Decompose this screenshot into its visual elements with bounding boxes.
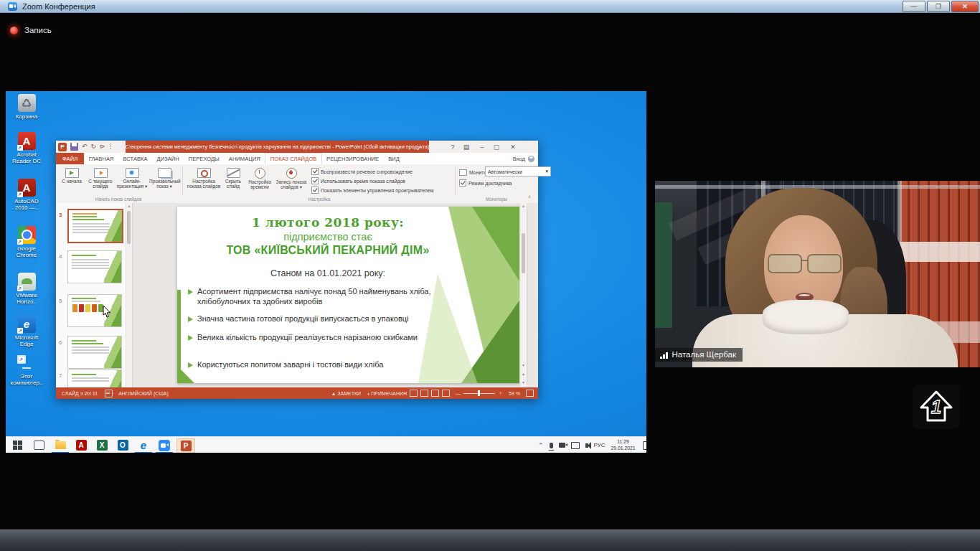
desktop-icon-vmware[interactable]: VMware Horizo.. (8, 273, 45, 305)
tab-design[interactable]: ДИЗАЙН (152, 153, 184, 164)
desktop-icon-edge[interactable]: e Microsoft Edge (8, 315, 45, 347)
taskbar-powerpoint-active[interactable]: P (176, 438, 195, 453)
zoom-level[interactable]: 59 % (509, 391, 520, 396)
slide-scrollbar[interactable]: ▲ ▼ ▲ ▼ (519, 203, 527, 387)
language-indicator[interactable]: АНГЛИЙСКИЙ (США) (118, 391, 169, 396)
spellcheck-icon[interactable] (105, 390, 113, 397)
previous-slide-icon[interactable]: ▲ (520, 371, 527, 377)
annotation-arrow-badge[interactable]: 1 (913, 385, 960, 428)
slide-thumbnail-3[interactable] (67, 209, 123, 243)
start-slideshow-icon[interactable]: ⊳ (100, 142, 105, 151)
shared-start-button[interactable] (9, 438, 26, 452)
use-timings-checkbox[interactable]: Использовать время показа слайдов (311, 176, 405, 185)
sign-in-button[interactable]: Вход (513, 153, 538, 164)
comments-toggle[interactable]: ◖ ПРИМЕЧАНИЯ (367, 391, 407, 396)
zoom-titlebar: Zoom Конференция — ❐ ✕ (0, 0, 980, 13)
taskbar-acrobat[interactable]: A (72, 438, 90, 452)
checkbox-icon (459, 179, 466, 187)
tab-transitions[interactable]: ПЕРЕХОДЫ (184, 153, 224, 164)
desktop-icon-autocad[interactable]: A AutoCAD 2016 —.. (8, 179, 45, 211)
zoom-in-button[interactable]: ＋ (498, 390, 503, 397)
tab-file[interactable]: ФАЙЛ (56, 153, 84, 164)
ribbon-display-options-button[interactable]: ▤ (460, 142, 473, 151)
presenter-view-checkbox[interactable]: Режим докладчика (459, 179, 512, 187)
ppt-restore-button[interactable]: ▢ (490, 142, 503, 151)
taskbar-edge[interactable]: e (135, 438, 152, 453)
slide-thumbnail-6[interactable] (67, 336, 122, 369)
play-narrations-checkbox[interactable]: Воспроизвести речевое сопровождение (311, 167, 413, 176)
undo-icon[interactable]: ↶ (82, 142, 88, 151)
save-icon[interactable] (70, 143, 78, 151)
next-slide-icon[interactable]: ▼ (520, 380, 527, 386)
desktop-icon-chrome[interactable]: Google Chrome (8, 226, 45, 258)
microphone-icon[interactable] (550, 443, 553, 448)
taskbar-explorer[interactable] (52, 438, 69, 453)
present-online-button[interactable]: Онлайн-презентация ▾ (116, 166, 148, 189)
collapse-ribbon-icon[interactable]: ˄ (528, 194, 531, 199)
scroll-up-icon[interactable]: ▲ (126, 203, 132, 209)
notes-toggle[interactable]: ▲ ЗАМЕТКИ (331, 391, 361, 396)
tab-insert[interactable]: ВСТАВКА (118, 153, 152, 164)
thumbnail-scrollbar[interactable]: ▲ (126, 203, 132, 387)
desktop-icon-acrobat[interactable]: A Acrobat Reader DC (8, 132, 45, 164)
desktop-icon-recycle-bin[interactable]: ♺ Корзина (8, 94, 45, 120)
taskbar-zoom[interactable] (156, 438, 173, 453)
hide-slide-button[interactable]: Скрыть слайд (222, 166, 244, 189)
record-dot-icon (10, 27, 18, 34)
minimize-button[interactable]: — (903, 1, 925, 12)
redo-icon[interactable]: ↻ (91, 142, 97, 151)
zoom-slider[interactable] (463, 393, 495, 394)
slide-canvas[interactable]: 1 лютого 2018 року: підприємство стає ТО… (177, 207, 526, 383)
chrome-icon (18, 226, 36, 244)
close-button[interactable]: ✕ (951, 1, 979, 12)
zoom-window-title: Zoom Конференция (22, 2, 95, 11)
shared-clock[interactable]: 11:29 29.01.2021 (611, 439, 636, 451)
speaker-icon[interactable] (585, 443, 588, 448)
slideshow-view-icon[interactable] (442, 390, 450, 397)
from-beginning-icon (65, 168, 79, 178)
taskbar-excel[interactable]: X (93, 438, 110, 452)
powerpoint-icon: P (181, 441, 192, 451)
tab-review[interactable]: РЕЦЕНЗИРОВАНИЕ (322, 153, 384, 164)
record-slideshow-button[interactable]: Запись показа слайдов ▾ (275, 166, 307, 190)
reading-view-icon[interactable] (431, 390, 439, 397)
shared-language-indicator[interactable]: РУС (594, 442, 606, 448)
tab-animations[interactable]: АНИМАЦИЯ (224, 153, 265, 164)
show-media-controls-checkbox[interactable]: Показать элементы управления проигрывате… (311, 186, 433, 194)
ppt-close-button[interactable]: ✕ (507, 142, 519, 151)
from-current-slide-button[interactable]: С текущего слайда (86, 166, 115, 189)
scroll-down-icon[interactable]: ▼ (520, 362, 527, 369)
recording-indicator[interactable]: Запись (10, 24, 52, 37)
taskbar-outlook[interactable]: O (114, 438, 131, 452)
help-button[interactable]: ? (446, 142, 459, 151)
powerpoint-window: P ↶ ↻ ⊳ ᎒ Створення системи менеджменту … (56, 141, 538, 399)
custom-show-button[interactable]: Произвольный показ ▾ (149, 166, 179, 189)
setup-slideshow-button[interactable]: Настройка показа слайдов (187, 166, 221, 189)
action-center-icon[interactable] (643, 441, 646, 450)
checkbox-icon (311, 177, 319, 184)
restore-button[interactable]: ❐ (927, 1, 950, 12)
camera-icon[interactable] (559, 443, 565, 448)
tab-view[interactable]: ВИД (384, 153, 405, 164)
zoom-out-button[interactable]: — (456, 391, 461, 396)
hidden-icons-chevron[interactable]: ⌃ (538, 442, 544, 449)
slide-thumbnail-5[interactable] (67, 294, 122, 327)
slide-thumbnail-4[interactable] (67, 250, 122, 283)
network-icon[interactable] (571, 442, 580, 449)
tab-home[interactable]: ГЛАВНАЯ (84, 153, 118, 164)
ppt-minimize-button[interactable]: – (476, 142, 489, 151)
slide-counter: СЛАЙД 3 ИЗ 11 (62, 391, 98, 396)
normal-view-icon[interactable] (410, 390, 418, 397)
task-view-button[interactable] (30, 438, 47, 452)
scroll-up-icon[interactable]: ▲ (520, 203, 527, 209)
slide-thumbnail-7[interactable] (67, 369, 122, 387)
participant-video: Наталья Щербак (655, 181, 980, 367)
monitor-dropdown[interactable]: Автоматически ▾ (485, 166, 551, 176)
slide-sorter-view-icon[interactable] (420, 390, 428, 397)
tab-slideshow[interactable]: ПОКАЗ СЛАЙДОВ (265, 153, 321, 164)
fit-to-window-icon[interactable] (526, 390, 534, 397)
from-beginning-button[interactable]: С начала (57, 166, 86, 184)
rehearse-timings-button[interactable]: Настройка времени (245, 166, 274, 190)
qat-customize-icon[interactable]: ᎒ (109, 142, 113, 151)
desktop-icon-this-pc[interactable]: Этот компьютер.. (8, 354, 45, 386)
